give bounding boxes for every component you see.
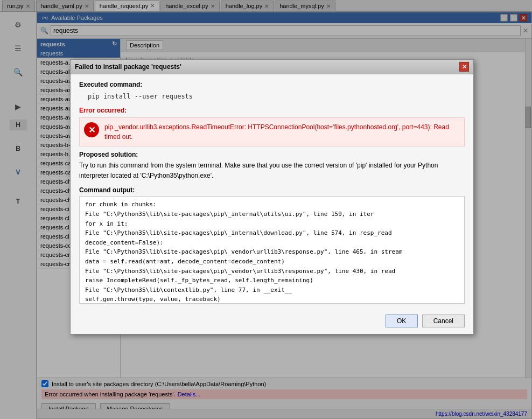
output-line: File "C:\Python35\lib\contextlib.py", li… — [85, 285, 459, 295]
modal-footer: OK Cancel — [71, 310, 473, 334]
proposed-text: Try to run this command from the system … — [79, 160, 465, 181]
output-line: for x in it: — [85, 219, 459, 229]
output-line: File "C:\Python35\lib\site-packages\pip\… — [85, 210, 459, 219]
output-line: for chunk in chunks: — [85, 200, 459, 210]
output-label: Command output: — [79, 186, 465, 194]
error-message-text: pip._vendor.urllib3.exceptions.ReadTimeo… — [104, 122, 460, 142]
error-icon: ✕ — [84, 122, 99, 137]
modal-title: Failed to install package 'requests' — [75, 63, 181, 71]
error-occurred-label: Error occurred: — [79, 107, 465, 114]
output-line: data = self.read(amt=amt, decode_content… — [85, 257, 459, 267]
output-line: self.gen.throw(type, value, traceback) — [85, 295, 459, 304]
output-line: raise IncompleteRead(self._fp_bytes_read… — [85, 276, 459, 285]
modal-body: Executed command: pip install --user req… — [71, 74, 473, 310]
executed-command: pip install --user requests — [79, 90, 465, 102]
output-box: for chunk in chunks: File "C:\Python35\l… — [79, 196, 465, 304]
executed-label: Executed command: — [79, 81, 465, 88]
modal-overlay: Failed to install package 'requests' ✕ E… — [0, 0, 532, 419]
modal-dialog: Failed to install package 'requests' ✕ E… — [70, 59, 474, 334]
error-box: ✕ pip._vendor.urllib3.exceptions.ReadTim… — [79, 117, 465, 146]
output-line: decode_content=False): — [85, 238, 459, 248]
dialog-cancel-button[interactable]: Cancel — [422, 315, 465, 327]
dialog-ok-button[interactable]: OK — [386, 315, 418, 327]
modal-titlebar: Failed to install package 'requests' ✕ — [71, 60, 473, 74]
modal-close-button[interactable]: ✕ — [459, 62, 469, 72]
output-line: File "C:\Python35\lib\site-packages\pip\… — [85, 228, 459, 238]
output-line: File "C:\Python35\lib\site-packages\pip\… — [85, 267, 459, 276]
output-line: File "C:\Python35\lib\site-packages\pip\… — [85, 247, 459, 257]
proposed-label: Proposed solution: — [79, 151, 465, 158]
